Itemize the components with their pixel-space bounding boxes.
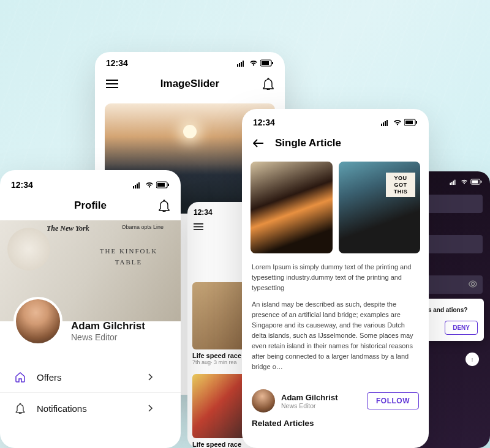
svg-rect-3 <box>243 61 244 67</box>
profile-role: News Editor <box>71 332 145 342</box>
battery-icon <box>156 181 170 189</box>
page-title: Profile <box>74 200 107 212</box>
screen-profile: 12:34 Profile The New York Obama opts Li… <box>0 170 181 448</box>
svg-rect-33 <box>416 121 417 124</box>
svg-rect-10 <box>194 223 203 225</box>
menu-item-offers[interactable]: Offers <box>0 362 181 392</box>
chevron-right-icon <box>144 373 157 381</box>
svg-rect-32 <box>405 121 413 124</box>
profile-name: Adam Gilchrist <box>71 320 145 332</box>
header: Profile <box>0 193 181 220</box>
status-time: 12:34 <box>106 58 128 68</box>
svg-rect-2 <box>241 62 242 67</box>
article-paragraph: Lorem Ipsum is simply dummy text of the … <box>252 262 419 293</box>
wifi-icon <box>249 59 258 67</box>
svg-rect-0 <box>237 64 238 67</box>
avatar[interactable] <box>13 297 62 346</box>
svg-rect-15 <box>137 184 138 189</box>
signal-icon <box>450 179 458 185</box>
battery-icon <box>470 179 483 185</box>
svg-rect-18 <box>157 183 165 187</box>
status-icons <box>237 59 274 67</box>
svg-rect-1 <box>239 63 240 67</box>
author-avatar[interactable] <box>252 389 275 413</box>
svg-rect-9 <box>106 87 118 88</box>
menu-item-label: Offers <box>37 372 62 383</box>
chevron-right-icon <box>144 405 157 412</box>
svg-rect-19 <box>168 184 169 186</box>
svg-rect-6 <box>272 62 273 64</box>
cover-text-nyt: The New York <box>47 224 89 233</box>
svg-rect-14 <box>135 185 136 189</box>
home-icon <box>13 371 27 383</box>
name-block: Adam Gilchrist News Editor <box>71 320 145 342</box>
status-time: 12:34 <box>253 118 275 127</box>
cover-text-obama: Obama opts Line <box>121 224 164 231</box>
battery-icon <box>404 119 418 126</box>
status-time: 12:34 <box>194 208 213 217</box>
author-name: Adam Gilchrist <box>281 393 361 402</box>
signal-icon <box>133 181 143 189</box>
svg-rect-22 <box>453 181 454 185</box>
wifi-icon <box>145 181 154 189</box>
image-gallery <box>242 158 429 261</box>
article-image[interactable] <box>251 162 333 253</box>
svg-rect-27 <box>381 124 382 126</box>
svg-rect-30 <box>386 120 388 126</box>
menu-item-notifications[interactable]: Notifications <box>0 393 181 424</box>
status-icons <box>133 181 170 189</box>
header: ImageSlider <box>95 72 285 99</box>
svg-rect-7 <box>106 80 118 81</box>
status-bar: 12:34 <box>95 52 285 72</box>
battery-icon <box>260 59 274 67</box>
hamburger-icon[interactable] <box>106 80 118 88</box>
bell-icon[interactable] <box>263 78 274 90</box>
wifi-icon <box>393 119 402 126</box>
page-title: ImageSlider <box>160 78 219 90</box>
menu-list: Offers Notifications <box>0 362 181 424</box>
status-time: 12:34 <box>11 180 33 190</box>
svg-rect-12 <box>194 229 203 230</box>
close-badge[interactable]: ↑ <box>466 353 479 366</box>
sun-graphic <box>183 125 197 138</box>
related-articles-heading: Related Articles <box>242 419 429 428</box>
author-row: Adam Gilchrist News Editor FOLLOW <box>242 383 429 419</box>
profile-header: Adam Gilchrist News Editor <box>0 297 181 346</box>
svg-rect-29 <box>385 121 386 126</box>
svg-rect-25 <box>472 181 478 184</box>
svg-rect-11 <box>194 226 203 228</box>
svg-rect-13 <box>133 186 134 189</box>
wifi-icon <box>461 179 468 185</box>
author-info: Adam Gilchrist News Editor <box>281 393 361 409</box>
svg-rect-26 <box>481 181 482 182</box>
back-arrow-icon[interactable] <box>253 139 264 147</box>
signal-icon <box>237 59 247 67</box>
svg-rect-5 <box>262 61 269 65</box>
svg-rect-21 <box>451 182 453 185</box>
bell-icon[interactable] <box>159 200 170 212</box>
menu-item-label: Notifications <box>37 403 87 414</box>
eye-icon[interactable] <box>468 279 478 289</box>
svg-rect-23 <box>454 180 456 185</box>
author-role: News Editor <box>281 402 361 409</box>
status-icons <box>381 119 418 126</box>
signal-icon <box>381 119 391 126</box>
header: Single Article <box>242 131 429 158</box>
status-bar: 12:34 <box>0 170 181 193</box>
hamburger-icon[interactable] <box>194 223 203 230</box>
status-icons <box>450 179 483 185</box>
bell-outline-icon <box>13 403 27 414</box>
deny-button[interactable]: DENY <box>445 321 478 335</box>
article-image[interactable] <box>339 162 421 253</box>
svg-rect-16 <box>138 182 140 189</box>
svg-rect-28 <box>383 122 384 126</box>
article-body: Lorem Ipsum is simply dummy text of the … <box>242 261 429 383</box>
article-paragraph: An island may be described as such, desp… <box>252 299 419 372</box>
follow-button[interactable]: FOLLOW <box>367 392 419 409</box>
screen-single-article: 12:34 Single Article Lorem Ipsum is simp… <box>242 109 429 448</box>
page-title: Single Article <box>275 137 341 149</box>
svg-rect-8 <box>106 83 118 84</box>
svg-rect-20 <box>450 183 451 185</box>
status-bar: 12:34 <box>242 109 429 131</box>
